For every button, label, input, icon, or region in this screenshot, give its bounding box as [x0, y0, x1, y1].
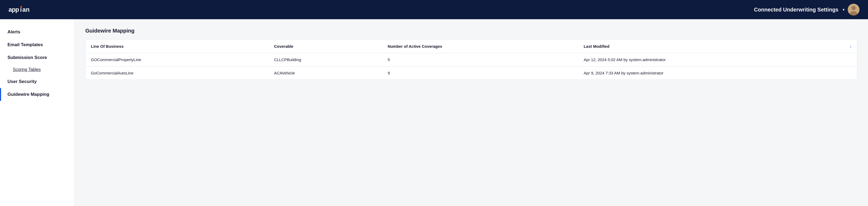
sidebar-item-user-security[interactable]: User Security [0, 75, 74, 88]
appian-logo[interactable]: app i an [8, 5, 35, 14]
chevron-down-icon[interactable]: ▾ [843, 7, 844, 12]
cell-active-coverages: 9 [382, 66, 578, 80]
cell-line-of-business: GoCommercialAutoLine [86, 66, 269, 80]
sidebar-item-alerts[interactable]: Alerts [0, 26, 74, 38]
app-header: app i an Connected Underwriting Settings… [0, 0, 868, 19]
table-row[interactable]: GoCommercialAutoLine ACAVehicle 9 Apr 9,… [86, 66, 857, 80]
sidebar-item-email-templates[interactable]: Email Templates [0, 38, 74, 51]
avatar[interactable] [848, 4, 860, 16]
sidebar-item-scoring-tables[interactable]: Scoring Tables [0, 64, 74, 75]
cell-last-modified: Apr 12, 2024 5:02 AM by system.administr… [578, 53, 857, 66]
header-right: Connected Underwriting Settings ▾ [754, 4, 860, 16]
sort-descending-icon[interactable]: ↓ [849, 44, 852, 49]
sidebar: Alerts Email Templates Submission Score … [0, 19, 75, 206]
cell-line-of-business: GOCommercialPropertyLine [86, 53, 269, 66]
col-header-line-of-business: Line Of Business [86, 39, 269, 53]
guidewire-table: Line Of Business Coverable Number of Act… [86, 39, 857, 80]
col-header-coverable: Coverable [269, 39, 382, 53]
cell-last-modified: Apr 9, 2024 7:33 AM by system.administra… [578, 66, 857, 80]
guidewire-table-card: Line Of Business Coverable Number of Act… [85, 39, 857, 80]
app-title[interactable]: Connected Underwriting Settings [754, 7, 838, 13]
cell-coverable: CLLCPBuilding [269, 53, 382, 66]
cell-coverable: ACAVehicle [269, 66, 382, 80]
col-header-active-coverages: Number of Active Coverages [382, 39, 578, 53]
svg-text:an: an [22, 6, 30, 13]
main-layout: Alerts Email Templates Submission Score … [0, 19, 868, 206]
cell-active-coverages: 5 [382, 53, 578, 66]
sidebar-item-guidewire-mapping[interactable]: Guidewire Mapping [0, 88, 74, 101]
svg-text:app: app [8, 6, 19, 13]
table-header-row: Line Of Business Coverable Number of Act… [86, 39, 857, 53]
svg-point-5 [851, 6, 856, 10]
main-content: Guidewire Mapping Line Of Business Cover… [75, 19, 868, 206]
sidebar-item-submission-score[interactable]: Submission Score [0, 51, 74, 64]
table-row[interactable]: GOCommercialPropertyLine CLLCPBuilding 5… [86, 53, 857, 66]
page-title: Guidewire Mapping [85, 28, 857, 34]
col-header-last-modified[interactable]: Last Modified ↓ [578, 39, 857, 53]
svg-point-2 [20, 6, 22, 8]
